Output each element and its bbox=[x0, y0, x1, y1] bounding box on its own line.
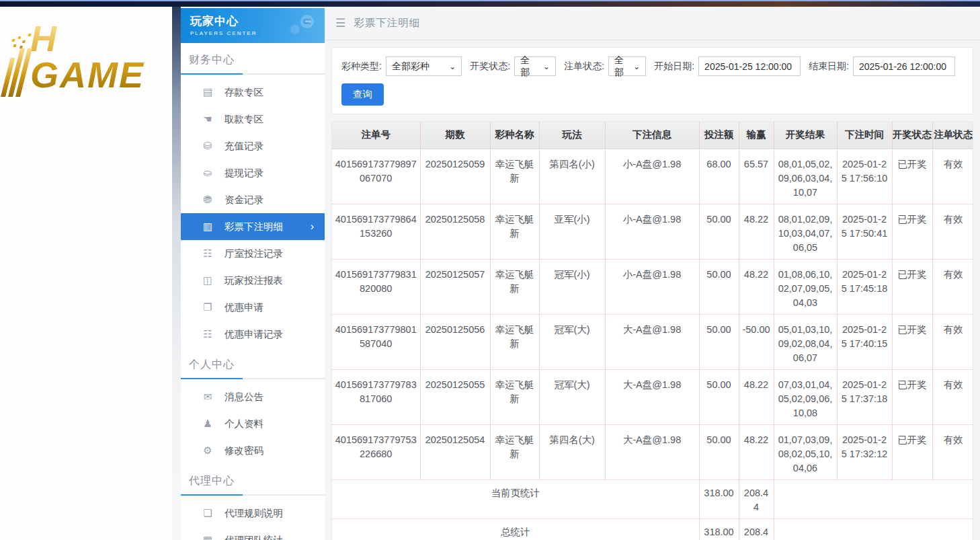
sidebar-item-promo-apply-records[interactable]: ☷优惠申请记录 bbox=[181, 321, 325, 348]
sidebar-item-announcements[interactable]: ✉消息公告 bbox=[181, 383, 325, 410]
brand-area: H GAME bbox=[0, 7, 172, 540]
table-cell: 有效 bbox=[932, 314, 973, 369]
table-cell: 50.00 bbox=[699, 204, 739, 259]
draw-status-select[interactable]: 全部 ⌄ bbox=[514, 56, 556, 76]
table-cell: 幸运飞艇新 bbox=[490, 149, 539, 204]
section-divider bbox=[181, 73, 325, 75]
table-cell: 48.22 bbox=[739, 204, 774, 259]
sidebar-item-player-bet-report[interactable]: ◫玩家投注报表 bbox=[181, 267, 325, 294]
sidebar-item-label: 消息公告 bbox=[224, 391, 263, 403]
section-divider bbox=[181, 494, 325, 496]
table-cell: 2025-01-25 17:37:18 bbox=[837, 369, 892, 424]
start-date-input[interactable] bbox=[698, 56, 801, 76]
sidebar-item-label: 个人资料 bbox=[224, 418, 263, 430]
table-cell: 01,07,03,09,08,02,05,10,04,06 bbox=[774, 424, 837, 479]
sidebar-item-label: 彩票下注明细 bbox=[224, 221, 283, 233]
page-summary-row: 当前页统计318.00208.44 bbox=[332, 479, 973, 518]
table-cell: 2025-01-25 17:32:12 bbox=[837, 424, 892, 479]
bet-details-table: 注单号期数彩种名称玩法下注信息投注额输赢开奖结果下注时间开奖状态注单状态 401… bbox=[332, 122, 973, 540]
table-cell: 小-A盘@1.98 bbox=[605, 259, 699, 314]
sidebar-item-profile[interactable]: ♟个人资料 bbox=[181, 410, 325, 437]
hh-game-logo: H GAME bbox=[7, 20, 172, 97]
table-cell: 20250125055 bbox=[420, 369, 490, 424]
table-cell: 05,01,03,10,09,02,08,04,06,07 bbox=[774, 314, 837, 369]
table-cell: 65.57 bbox=[739, 149, 774, 204]
column-header: 开奖状态 bbox=[892, 122, 932, 149]
sidebar-item-agent-team-stats[interactable]: ▦代理团队统计 bbox=[181, 527, 325, 540]
order-status-select[interactable]: 全部 ⌄ bbox=[608, 56, 646, 76]
table-cell: 已开奖 bbox=[892, 314, 932, 369]
table-cell: 有效 bbox=[932, 259, 973, 314]
sidebar-item-label: 提现记录 bbox=[224, 167, 263, 180]
bet-details-table-panel: 注单号期数彩种名称玩法下注信息投注额输赢开奖结果下注时间开奖状态注单状态 401… bbox=[331, 121, 973, 540]
withdraw-hand-icon: ☚ bbox=[201, 113, 214, 125]
table-cell: 2025-01-25 17:50:41 bbox=[837, 204, 892, 259]
table-cell: 有效 bbox=[932, 204, 973, 259]
table-cell: 48.22 bbox=[739, 424, 774, 479]
table-cell: 401569173779831820080 bbox=[332, 259, 420, 314]
wallet-icon: ⛀ bbox=[201, 167, 214, 179]
table-cell: 50.00 bbox=[699, 424, 739, 479]
sidebar-item-withdraw-zone[interactable]: ☚取款专区 bbox=[181, 106, 325, 132]
table-cell: 第四名(大) bbox=[539, 424, 605, 479]
table-cell: 冠军(小) bbox=[539, 259, 605, 314]
table-cell: 68.00 bbox=[699, 149, 739, 204]
sidebar-item-hall-bet-records[interactable]: ☷厅室投注记录 bbox=[181, 240, 325, 267]
list-icon: ☷ bbox=[201, 328, 214, 340]
end-date-input[interactable] bbox=[853, 56, 955, 76]
column-header: 开奖结果 bbox=[774, 122, 837, 149]
page-title: 彩票下注明细 bbox=[354, 16, 420, 30]
sidebar-item-promo-apply[interactable]: ❒优惠申请 bbox=[181, 294, 325, 321]
summary-winloss-total: 208.44 bbox=[739, 518, 774, 540]
sidebar-item-funds-records[interactable]: ⛃资金记录 bbox=[181, 186, 325, 213]
sidebar-item-lottery-bet-details[interactable]: ▥彩票下注明细› bbox=[181, 213, 325, 240]
document-icon: ❏ bbox=[201, 507, 214, 519]
table-cell: 幸运飞艇新 bbox=[490, 204, 539, 259]
sidebar-item-deposit-zone[interactable]: ▤存款专区 bbox=[181, 79, 325, 106]
table-cell: 2025-01-25 17:56:10 bbox=[837, 149, 892, 204]
summary-empty-cell bbox=[774, 518, 973, 540]
start-date-label: 开始日期: bbox=[654, 61, 694, 73]
table-cell: 401569173779753226680 bbox=[332, 424, 420, 479]
gear-icon: ⚙ bbox=[201, 445, 214, 457]
bet-list-icon: ▥ bbox=[201, 221, 214, 233]
sidebar-section-heading: 财务中心 bbox=[181, 43, 325, 73]
table-cell: 冠军(大) bbox=[539, 369, 605, 424]
table-cell: 50.00 bbox=[699, 259, 739, 314]
table-cell: 幸运飞艇新 bbox=[490, 369, 539, 424]
sidebar-section-heading: 个人中心 bbox=[181, 348, 325, 378]
sidebar-item-change-password[interactable]: ⚙修改密码 bbox=[181, 437, 325, 464]
chevron-right-icon: › bbox=[311, 221, 314, 233]
column-header: 注单号 bbox=[332, 122, 420, 149]
table-cell: 已开奖 bbox=[892, 424, 932, 479]
summary-empty-cell bbox=[774, 479, 973, 518]
column-header: 彩种名称 bbox=[490, 122, 539, 149]
table-cell: 20250125059 bbox=[420, 149, 490, 204]
sidebar-item-agent-rules[interactable]: ❏代理规则说明 bbox=[181, 500, 325, 527]
gamepad-icon bbox=[283, 13, 318, 36]
filter-panel: 彩种类型: 全部彩种 ⌄ 开奖状态: 全部 ⌄ 注单状态: 全部 ⌄ 开始日期:… bbox=[331, 47, 973, 114]
sidebar-item-label: 玩家投注报表 bbox=[224, 274, 283, 287]
logo-bars-decoration bbox=[1, 48, 32, 97]
search-button[interactable]: 查询 bbox=[341, 83, 384, 106]
table-cell: 已开奖 bbox=[892, 259, 932, 314]
table-cell: 有效 bbox=[932, 424, 973, 479]
column-header: 注单状态 bbox=[932, 122, 973, 149]
hamburger-icon[interactable]: ☰ bbox=[335, 16, 345, 30]
chart-icon: ◫ bbox=[201, 274, 214, 286]
table-cell: 2025-01-25 17:40:15 bbox=[837, 314, 892, 369]
table-cell: 幸运飞艇新 bbox=[490, 259, 539, 314]
table-row: 40156917377986415326020250125058幸运飞艇新亚军(… bbox=[332, 204, 973, 259]
lottery-type-select[interactable]: 全部彩种 ⌄ bbox=[386, 56, 462, 76]
sidebar-header: 玩家中心 PLAYERS CENTER bbox=[181, 8, 325, 43]
sidebar-item-withdrawal-records[interactable]: ⛀提现记录 bbox=[181, 159, 325, 186]
summary-winloss-total: 208.44 bbox=[739, 479, 774, 518]
table-cell: 08,01,02,09,10,03,04,07,06,05 bbox=[774, 204, 837, 259]
bell-icon: ✉ bbox=[201, 391, 214, 403]
table-cell: 冠军(大) bbox=[539, 314, 605, 369]
breadcrumb: ☰ 彩票下注明细 bbox=[325, 7, 980, 40]
sidebar-item-recharge-records[interactable]: ⛁充值记录 bbox=[181, 132, 325, 159]
table-cell: 20250125056 bbox=[420, 314, 490, 369]
table-row: 40156917377980158704020250125056幸运飞艇新冠军(… bbox=[332, 314, 973, 369]
table-cell: 已开奖 bbox=[892, 204, 932, 259]
